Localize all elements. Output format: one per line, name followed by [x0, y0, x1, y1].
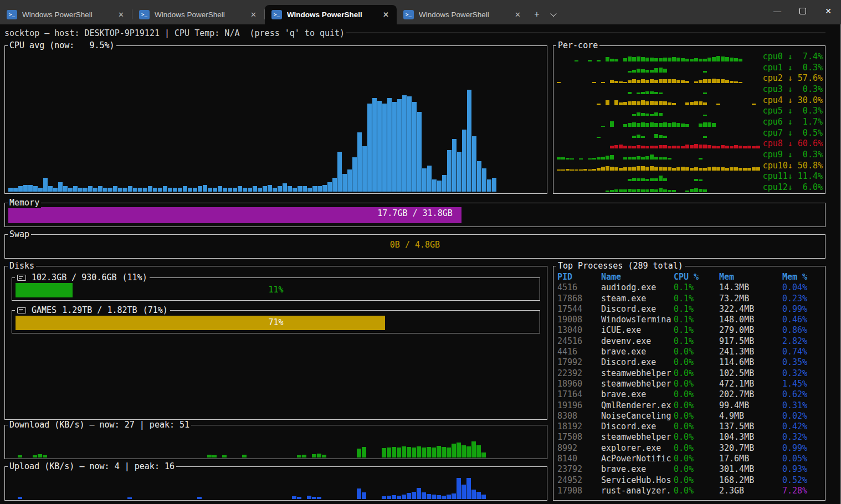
process-row[interactable]: 18192Discord.exe0.0%137.5MB0.42% [557, 421, 823, 432]
histogram-bar [650, 155, 654, 160]
process-row[interactable]: 13040iCUE.exe0.1%279.0MB0.86% [557, 325, 823, 336]
column-header[interactable]: CPU % [674, 272, 719, 282]
histogram-bar [606, 57, 609, 61]
process-row[interactable]: 8308NoiseCanceling0.0%4.9MB0.02% [557, 411, 823, 421]
histogram-bar [592, 169, 596, 171]
header-rule [346, 33, 825, 33]
histogram-bar [659, 123, 663, 126]
histogram-bar [645, 189, 649, 192]
process-mem-percent: 0.04% [782, 282, 823, 293]
histogram-bar [452, 493, 456, 499]
process-row[interactable]: 18960steamwebhelper0.0%472.1MB1.45% [557, 379, 823, 389]
histogram-bar [447, 495, 451, 499]
close-button[interactable]: ✕ [816, 0, 841, 22]
process-row[interactable]: 19196QmlRenderer.ex0.0%99.4MB0.31% [557, 400, 823, 411]
process-row[interactable]: 17908rust-analyzer.0.0%2.3GB7.28% [557, 486, 823, 496]
tab-powershell-4[interactable]: >_ Windows PowerShell ✕ [397, 5, 529, 24]
download-panel: Download (KB/s) — now: 27 | peak: 51 [4, 425, 547, 459]
histogram-bar [317, 497, 321, 499]
histogram-bar [734, 145, 738, 148]
histogram-bar [672, 168, 676, 171]
process-row[interactable]: 17868steam.exe0.1%73.2MB0.23% [557, 294, 823, 304]
process-row[interactable]: 8140AcPowerNotific0.0%17.6MB0.05% [557, 454, 823, 464]
column-header[interactable]: Mem [719, 272, 782, 282]
histogram-bar [8, 188, 13, 192]
tab-powershell-1[interactable]: >_ Windows PowerShell ✕ [0, 5, 132, 24]
disk-item-games: GAMES 1.29TB / 1.82TB (71%) 71% [12, 310, 540, 333]
histogram-bar [703, 92, 707, 94]
process-name: QmlRenderer.ex [601, 400, 674, 411]
minimize-button[interactable]: — [765, 0, 790, 22]
process-row[interactable]: 24516devenv.exe0.1%917.5MB2.82% [557, 336, 823, 347]
process-pid: 19196 [557, 400, 601, 411]
histogram-bar [628, 157, 632, 160]
process-row[interactable]: 17544Discord.exe0.1%322.4MB0.99% [557, 304, 823, 315]
histogram-bar [650, 91, 654, 94]
histogram-bar [694, 167, 698, 170]
process-row[interactable]: 19008WindowsTermina0.1%148.0MB0.46% [557, 315, 823, 325]
column-header[interactable]: Name [601, 272, 674, 282]
histogram-bar [487, 179, 491, 192]
histogram-bar [38, 188, 43, 192]
process-row[interactable]: 22392steamwebhelper0.0%102.5MB0.32% [557, 368, 823, 379]
process-cpu: 0.1% [674, 304, 719, 315]
tab-close-icon[interactable]: ✕ [247, 9, 260, 20]
column-header[interactable]: PID [557, 272, 601, 282]
tab-close-icon[interactable]: ✕ [115, 9, 127, 20]
process-row[interactable]: 4416brave.exe0.0%241.3MB0.74% [557, 347, 823, 357]
histogram-bar [663, 79, 667, 83]
histogram-bar [725, 168, 729, 171]
tab-powershell-3-active[interactable]: >_ Windows PowerShell ✕ [265, 5, 397, 24]
histogram-bar [685, 191, 689, 192]
histogram-bar [462, 130, 466, 192]
tab-dropdown-button[interactable] [545, 6, 562, 23]
histogram-bar [243, 188, 247, 192]
cpu-avg-panel: CPU avg (now: 9.5%) [4, 45, 547, 194]
histogram-bar [716, 167, 720, 170]
histogram-bar [712, 123, 716, 127]
histogram-bar [654, 134, 658, 137]
process-row[interactable]: 17164brave.exe0.0%202.7MB0.62% [557, 389, 823, 400]
histogram-bar [637, 156, 640, 160]
process-mem-percent: 0.99% [782, 443, 823, 454]
histogram-bar [610, 146, 614, 148]
histogram-bar [730, 58, 734, 61]
tab-powershell-2[interactable]: >_ Windows PowerShell ✕ [132, 5, 264, 24]
process-row[interactable]: 17992Discord.exe0.0%114.6MB0.35% [557, 357, 823, 368]
process-name: steamwebhelper [601, 368, 674, 379]
histogram-bar [452, 139, 457, 192]
upload-panel: Upload (KB/s) — now: 4 | peak: 16 [4, 466, 547, 501]
process-row[interactable]: 4516audiodg.exe0.1%14.3MB0.04% [557, 282, 823, 293]
core-sparkline [557, 128, 761, 138]
maximize-button[interactable] [790, 0, 816, 22]
histogram-bar [663, 136, 667, 138]
histogram-bar [645, 156, 649, 159]
core-row-cpu4: cpu4 ↓ 30.0% [557, 95, 823, 105]
process-mem-percent: 0.93% [782, 464, 823, 475]
process-row[interactable]: 8992explorer.exe0.0%320.7MB0.99% [557, 443, 823, 454]
column-header[interactable]: Mem % [782, 272, 823, 282]
process-row[interactable]: 17508steamwebhelper0.0%104.3MB0.32% [557, 432, 823, 443]
histogram-bar [685, 59, 689, 61]
histogram-bar [628, 179, 632, 181]
histogram-bar [641, 79, 645, 84]
histogram-bar [387, 98, 392, 192]
histogram-bar [747, 146, 751, 148]
process-cpu: 0.1% [674, 282, 719, 293]
histogram-bar [681, 146, 685, 149]
tab-close-icon[interactable]: ✕ [511, 9, 524, 20]
process-row[interactable]: 24952ServiceHub.Hos0.0%168.2MB0.52% [557, 475, 823, 486]
histogram-bar [641, 113, 645, 116]
histogram-bar [685, 81, 689, 83]
new-tab-button[interactable]: + [529, 6, 545, 23]
histogram-bar [382, 448, 386, 457]
process-row[interactable]: 23792brave.exe0.0%301.4MB0.93% [557, 464, 823, 475]
tab-close-icon[interactable]: ✕ [380, 9, 392, 20]
histogram-bar [477, 161, 481, 192]
histogram-bar [18, 497, 22, 499]
process-pid: 17908 [557, 486, 601, 496]
histogram-bar [699, 158, 702, 160]
histogram-bar [672, 57, 676, 61]
histogram-bar [716, 79, 720, 84]
histogram-bar [63, 186, 68, 192]
